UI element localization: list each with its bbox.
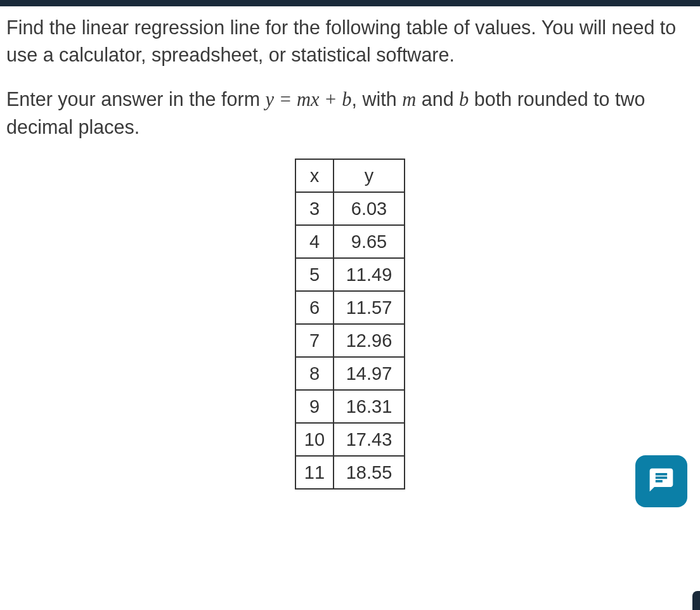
cell-x: 8 <box>295 357 334 390</box>
table-row: 49.65 <box>295 225 405 258</box>
cell-y: 14.97 <box>334 357 405 390</box>
variable-m: m <box>402 89 416 110</box>
cell-x: 10 <box>295 423 334 456</box>
cell-x: 7 <box>295 324 334 357</box>
cell-x: 11 <box>295 456 334 489</box>
table-row: 814.97 <box>295 357 405 390</box>
p2-mid: , with <box>352 88 403 110</box>
p2-and: and <box>416 88 459 110</box>
table-row: 511.49 <box>295 258 405 291</box>
cell-y: 17.43 <box>334 423 405 456</box>
cell-y: 6.03 <box>334 192 405 225</box>
cell-x: 4 <box>295 225 334 258</box>
chat-icon <box>647 466 675 496</box>
cell-y: 11.57 <box>334 291 405 324</box>
cell-y: 16.31 <box>334 390 405 423</box>
table-row: 712.96 <box>295 324 405 357</box>
cell-y: 18.55 <box>334 456 405 489</box>
table-header-row: x y <box>295 159 405 192</box>
equation-ymxb: y = mx + b <box>266 89 352 110</box>
cell-x: 9 <box>295 390 334 423</box>
corner-decoration <box>692 591 700 610</box>
table-row: 611.57 <box>295 291 405 324</box>
data-table: x y 36.03 49.65 511.49 611.57 712.96 814… <box>295 159 405 490</box>
table-row: 1118.55 <box>295 456 405 489</box>
header-y: y <box>334 159 405 192</box>
problem-content: Find the linear regression line for the … <box>0 6 700 496</box>
table-row: 36.03 <box>295 192 405 225</box>
cell-x: 6 <box>295 291 334 324</box>
cell-y: 11.49 <box>334 258 405 291</box>
cell-y: 9.65 <box>334 225 405 258</box>
problem-paragraph-2: Enter your answer in the form y = mx + b… <box>6 86 694 140</box>
header-x: x <box>295 159 334 192</box>
variable-b: b <box>459 89 469 110</box>
table-row: 1017.43 <box>295 423 405 456</box>
p2-prefix: Enter your answer in the form <box>6 88 266 110</box>
table-row: 916.31 <box>295 390 405 423</box>
cell-x: 3 <box>295 192 334 225</box>
cell-x: 5 <box>295 258 334 291</box>
cell-y: 12.96 <box>334 324 405 357</box>
chat-button[interactable] <box>635 455 687 507</box>
table-body: 36.03 49.65 511.49 611.57 712.96 814.97 … <box>295 192 405 489</box>
top-bar <box>0 0 700 6</box>
problem-paragraph-1: Find the linear regression line for the … <box>6 14 694 68</box>
